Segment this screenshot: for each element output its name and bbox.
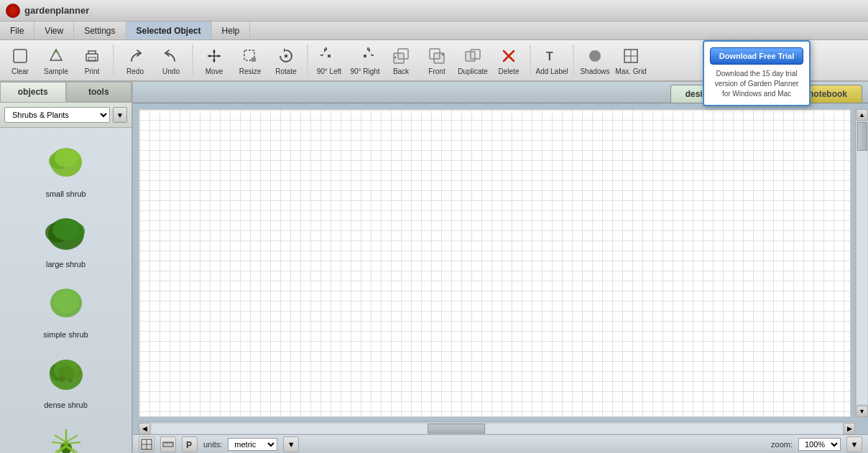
app-logo <box>6 4 20 18</box>
scroll-track-horizontal[interactable] <box>152 424 842 434</box>
print-icon <box>82 46 102 66</box>
list-item[interactable]: spiky plant <box>16 415 116 453</box>
scroll-thumb-horizontal[interactable] <box>428 424 485 434</box>
scroll-down-button[interactable]: ▼ <box>857 406 868 417</box>
svg-rect-6 <box>328 55 331 57</box>
download-description: Download the 15 day trial version of Gar… <box>710 69 803 99</box>
horizontal-scrollbar: ◀ ▶ <box>139 421 855 434</box>
svg-point-30 <box>53 290 79 313</box>
back-icon <box>391 46 411 66</box>
label-p-icon[interactable]: P <box>182 436 198 452</box>
clear-button[interactable]: Clear <box>3 42 37 79</box>
rotate-icon <box>276 46 296 66</box>
move-icon <box>204 46 224 66</box>
svg-point-24 <box>55 149 78 167</box>
titlebar: gardenplanner Download Free Trial Downlo… <box>0 0 868 22</box>
svg-point-36 <box>59 376 65 382</box>
units-label: units: <box>203 440 222 449</box>
category-dropdown[interactable]: Shrubs & Plants Trees Flowers Vegetables… <box>4 107 110 123</box>
units-select[interactable]: metric imperial <box>228 438 277 451</box>
list-item[interactable]: large shrub <box>16 204 116 271</box>
list-item[interactable]: simple shrub <box>16 274 116 342</box>
move-button[interactable]: Move <box>197 42 231 79</box>
tab-tools[interactable]: tools <box>66 82 132 102</box>
max-grid-button[interactable]: Max. Grid <box>614 42 648 79</box>
duplicate-button[interactable]: Duplicate <box>456 42 490 79</box>
redo-icon <box>125 46 145 66</box>
delete-icon <box>499 46 519 66</box>
category-dropdown-arrow[interactable]: ▼ <box>113 107 127 123</box>
sample-button[interactable]: Sample <box>39 42 73 79</box>
clear-icon <box>10 46 30 66</box>
svg-line-43 <box>66 442 80 444</box>
app-title: gardenplanner <box>24 5 89 16</box>
download-trial-button[interactable]: Download Free Trial <box>710 47 803 65</box>
scroll-track-vertical[interactable] <box>857 122 867 404</box>
rotate-90left-button[interactable]: 90° Left <box>312 42 346 79</box>
menu-help[interactable]: Help <box>212 22 251 39</box>
svg-line-40 <box>55 435 66 442</box>
canvas-container: ▲ ▼ ◀ ▶ <box>133 103 868 434</box>
resize-icon <box>240 46 260 66</box>
menu-file[interactable]: File <box>0 22 34 39</box>
scroll-up-button[interactable]: ▲ <box>857 109 868 121</box>
svg-text:T: T <box>546 50 553 62</box>
large-shrub-icon <box>40 207 92 258</box>
shadows-button[interactable]: Shadows <box>578 42 612 79</box>
simple-shrub-label: simple shrub <box>43 330 88 339</box>
back-button[interactable]: Back <box>384 42 418 79</box>
toolbar-separator-3 <box>307 45 308 76</box>
scroll-right-button[interactable]: ▶ <box>844 423 855 434</box>
svg-rect-7 <box>364 55 366 57</box>
add-label-button[interactable]: T Add Label <box>535 42 569 79</box>
dense-shrub-label: dense shrub <box>44 401 88 409</box>
grid-background <box>139 110 850 416</box>
small-shrub-icon <box>40 136 92 188</box>
duplicate-icon <box>463 46 483 66</box>
grid-icon[interactable] <box>139 436 154 452</box>
svg-line-42 <box>52 442 66 444</box>
svg-rect-5 <box>285 55 287 57</box>
svg-rect-4 <box>251 57 256 62</box>
zoom-dropdown-arrow[interactable]: ▼ <box>846 436 862 452</box>
toolbar-separator-1 <box>113 45 114 76</box>
zoom-select[interactable]: 50% 75% 100% 125% 150% 200% <box>798 438 841 451</box>
design-canvas[interactable] <box>139 109 851 417</box>
resize-button[interactable]: Resize <box>233 42 267 79</box>
menu-view[interactable]: View <box>34 22 74 39</box>
svg-point-28 <box>52 219 80 240</box>
scroll-thumb-vertical[interactable] <box>857 122 867 151</box>
main-area: objects tools Shrubs & Plants Trees Flow… <box>0 82 868 453</box>
delete-button[interactable]: Delete <box>491 42 526 79</box>
undo-button[interactable]: Undo <box>154 42 188 79</box>
rotate-90right-button[interactable]: 90° Right <box>348 42 382 79</box>
front-button[interactable]: Front <box>420 42 454 79</box>
vertical-scrollbar: ▲ ▼ <box>855 109 868 417</box>
small-shrub-label: small shrub <box>45 190 86 198</box>
simple-shrub-icon <box>40 277 92 329</box>
svg-point-37 <box>68 378 73 383</box>
scroll-left-button[interactable]: ◀ <box>139 423 150 434</box>
list-item[interactable]: small shrub <box>16 134 116 201</box>
menu-selected-object[interactable]: Selected Object <box>126 22 212 39</box>
print-button[interactable]: Print <box>75 42 109 79</box>
left-panel: objects tools Shrubs & Plants Trees Flow… <box>0 82 133 453</box>
large-shrub-label: large shrub <box>46 260 86 268</box>
menu-settings[interactable]: Settings <box>74 22 126 39</box>
sample-icon <box>46 46 66 66</box>
units-dropdown-arrow[interactable]: ▼ <box>283 436 299 452</box>
category-selector: Shrubs & Plants Trees Flowers Vegetables… <box>0 103 131 128</box>
svg-rect-0 <box>14 50 27 62</box>
toolbar-separator-2 <box>192 45 193 76</box>
redo-button[interactable]: Redo <box>118 42 152 79</box>
undo-icon <box>161 46 181 66</box>
ruler-icon[interactable] <box>160 436 176 452</box>
rotate-90right-icon <box>355 46 375 66</box>
rotate-button[interactable]: Rotate <box>269 42 303 79</box>
list-item[interactable]: dense shrub <box>16 345 116 412</box>
svg-point-17 <box>589 50 601 62</box>
tab-objects[interactable]: objects <box>0 82 66 102</box>
svg-rect-2 <box>88 57 96 60</box>
objects-list: small shrub large shrub <box>0 128 131 453</box>
shadows-icon <box>585 46 605 66</box>
